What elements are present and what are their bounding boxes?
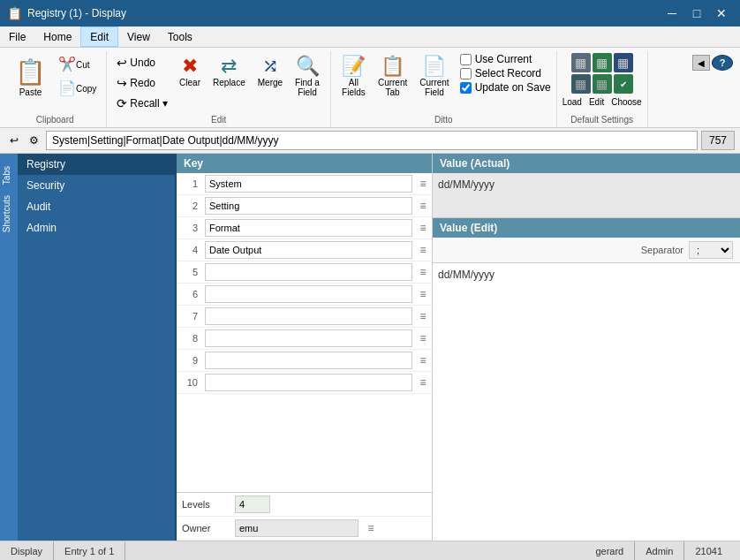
key-input-1[interactable] xyxy=(205,175,412,193)
key-menu-btn-4[interactable]: ≡ xyxy=(414,244,432,256)
menu-home[interactable]: Home xyxy=(34,26,80,47)
owner-input[interactable] xyxy=(235,519,359,537)
keys-panel-header: Key xyxy=(177,154,432,173)
use-current-checkbox[interactable] xyxy=(460,54,472,65)
levels-row: Levels xyxy=(177,493,432,517)
key-menu-btn-1[interactable]: ≡ xyxy=(414,178,432,190)
load-button[interactable]: Load xyxy=(563,97,582,107)
key-menu-btn-9[interactable]: ≡ xyxy=(414,354,432,367)
title-bar: 📋 Registry (1) - Display ─ □ ✕ xyxy=(0,0,740,26)
copy-button[interactable]: 📄 Copy xyxy=(54,77,101,99)
keys-table: 1 ≡ 2 ≡ 3 ≡ 4 xyxy=(177,173,432,492)
table-row: 8 ≡ xyxy=(177,328,432,350)
menu-view[interactable]: View xyxy=(118,26,159,47)
update-on-save-item[interactable]: Update on Save xyxy=(460,81,551,94)
redo-button[interactable]: ↪ Redo xyxy=(112,73,172,93)
table-row: 7 ≡ xyxy=(177,306,432,328)
close-button[interactable]: ✕ xyxy=(710,4,733,22)
current-tab-button[interactable]: 📋 CurrentTab xyxy=(373,53,412,101)
key-num-9: 9 xyxy=(177,352,203,368)
menu-edit[interactable]: Edit xyxy=(80,26,118,47)
key-input-7[interactable] xyxy=(205,307,412,325)
values-panel: Value (Actual) dd/MM/yyyy Value (Edit) S… xyxy=(433,154,740,541)
use-current-item[interactable]: Use Current xyxy=(460,53,551,65)
clear-button[interactable]: ✖ Clear xyxy=(174,53,206,91)
key-num-10: 10 xyxy=(177,375,203,390)
key-input-3[interactable] xyxy=(205,219,412,237)
path-settings-button[interactable]: ⚙ xyxy=(25,132,42,149)
key-menu-btn-8[interactable]: ≡ xyxy=(414,332,432,344)
table-row: 9 ≡ xyxy=(177,350,432,372)
recall-button[interactable]: ⟳ Recall ▾ xyxy=(112,94,172,113)
edit-group-label: Edit xyxy=(112,113,325,127)
sidebar-item-registry[interactable]: Registry xyxy=(18,154,175,175)
table-row: 4 ≡ xyxy=(177,239,432,261)
value-edit-content[interactable]: dd/MM/yyyy xyxy=(433,263,740,541)
all-fields-button[interactable]: 📝 AllFields xyxy=(336,53,371,101)
nav-back-button[interactable]: ◀ xyxy=(692,55,710,71)
key-menu-btn-3[interactable]: ≡ xyxy=(414,222,432,234)
clear-icon: ✖ xyxy=(182,57,198,76)
select-record-item[interactable]: Select Record xyxy=(460,67,551,79)
sidebar-item-security[interactable]: Security xyxy=(18,175,175,196)
paste-icon: 📋 xyxy=(15,57,46,87)
undo-button[interactable]: ↩ Undo xyxy=(112,53,172,72)
menu-file[interactable]: File xyxy=(0,26,34,47)
default-settings-label: Default Settings xyxy=(563,113,642,127)
merge-button[interactable]: ⤮ Merge xyxy=(253,53,288,91)
path-back-button[interactable]: ↩ xyxy=(5,132,23,149)
cut-button[interactable]: ✂️ Cut xyxy=(54,53,101,75)
levels-input[interactable] xyxy=(235,496,270,513)
owner-menu-btn[interactable]: ≡ xyxy=(362,522,380,534)
table-row: 6 ≡ xyxy=(177,284,432,306)
paste-button[interactable]: 📋 Paste xyxy=(9,53,52,102)
table-row: 5 ≡ xyxy=(177,261,432,284)
choose-button[interactable]: Choose xyxy=(611,97,641,107)
maximize-button[interactable]: □ xyxy=(685,4,708,22)
table-row: 10 ≡ xyxy=(177,372,432,394)
ds-icon-5: ▦ xyxy=(593,74,612,94)
sidebar-item-audit[interactable]: Audit xyxy=(18,196,175,217)
key-menu-btn-7[interactable]: ≡ xyxy=(414,310,432,322)
key-footer: Levels Owner ≡ xyxy=(177,492,432,541)
key-input-5[interactable] xyxy=(205,263,412,281)
key-num-2: 2 xyxy=(177,198,203,214)
value-edit-text: dd/MM/yyyy xyxy=(438,269,495,281)
separator-select[interactable]: ; , | \ xyxy=(689,241,733,259)
find-field-button[interactable]: 🔍 Find aField xyxy=(290,53,325,101)
key-menu-btn-5[interactable]: ≡ xyxy=(414,266,432,278)
current-field-button[interactable]: 📄 CurrentField xyxy=(414,53,454,101)
copy-icon: 📄 xyxy=(58,79,76,96)
key-num-3: 3 xyxy=(177,220,203,236)
key-input-9[interactable] xyxy=(205,352,412,369)
ds-choose-icon: ✔ xyxy=(614,74,633,94)
all-fields-icon: 📝 xyxy=(342,57,366,76)
app-icon: 📋 xyxy=(7,6,22,20)
key-input-6[interactable] xyxy=(205,285,412,303)
update-on-save-checkbox[interactable] xyxy=(460,82,472,94)
key-menu-btn-2[interactable]: ≡ xyxy=(414,200,432,212)
sidebar-nav: Registry Security Audit Admin xyxy=(18,154,175,541)
sidebar-item-admin[interactable]: Admin xyxy=(18,217,175,238)
find-icon: 🔍 xyxy=(296,57,320,76)
key-input-8[interactable] xyxy=(205,329,412,347)
menu-tools[interactable]: Tools xyxy=(159,26,201,47)
replace-button[interactable]: ⇄ Replace xyxy=(208,53,251,91)
key-input-4[interactable] xyxy=(205,241,412,259)
key-menu-btn-6[interactable]: ≡ xyxy=(414,288,432,300)
select-record-checkbox[interactable] xyxy=(460,68,472,79)
key-input-10[interactable] xyxy=(205,374,412,391)
path-input[interactable] xyxy=(46,131,698,150)
key-num-1: 1 xyxy=(177,176,203,192)
key-menu-btn-10[interactable]: ≡ xyxy=(414,376,432,389)
levels-label: Levels xyxy=(182,499,235,510)
help-button[interactable]: ? xyxy=(712,55,733,71)
key-input-2[interactable] xyxy=(205,197,412,215)
ribbon-group-default-settings: ▦ ▦ ▦ ▦ ▦ ✔ xyxy=(557,51,648,127)
merge-icon: ⤮ xyxy=(262,57,278,76)
default-edit-button[interactable]: Edit xyxy=(589,97,604,107)
clipboard-label: Clipboard xyxy=(9,113,101,127)
minimize-button[interactable]: ─ xyxy=(661,4,683,22)
ds-icon-3: ▦ xyxy=(614,53,633,72)
ribbon: 📋 Paste ✂️ Cut 📄 Copy Clipboard ↩ xyxy=(0,48,740,128)
